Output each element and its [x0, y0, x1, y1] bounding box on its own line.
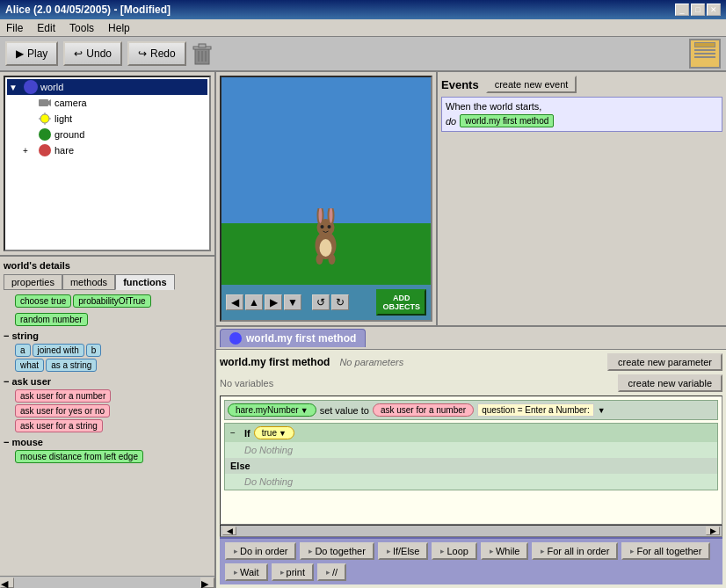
scene-tree[interactable]: ▼ world camera light ground: [4, 76, 211, 251]
window-controls[interactable]: _ □ ✕: [675, 4, 721, 16]
top-section: ◀ ▲ ▶ ▼ ↺ ↻ ADD OBJECTS Events create ne…: [216, 72, 726, 327]
close-button[interactable]: ✕: [707, 4, 721, 16]
func-b[interactable]: b: [86, 344, 102, 357]
expand-world[interactable]: ▼: [9, 83, 21, 92]
func-what[interactable]: what: [15, 359, 44, 372]
tree-item-light[interactable]: light: [21, 111, 207, 127]
hare-figure: [307, 208, 346, 265]
hare-icon: [38, 143, 52, 157]
print-button[interactable]: print: [272, 563, 314, 581]
expand-mouse[interactable]: −: [4, 437, 9, 447]
menu-file[interactable]: File: [4, 21, 25, 35]
do-in-order-button[interactable]: Do in order: [225, 542, 296, 560]
create-param-button[interactable]: create new parameter: [607, 353, 722, 371]
func-prob-true[interactable]: probabilityOfTrue: [73, 294, 150, 308]
func-ask-string[interactable]: ask user for a string: [15, 419, 103, 432]
nav-rotate-right[interactable]: ↻: [331, 294, 349, 310]
scroll-left[interactable]: ◀: [0, 577, 14, 588]
menu-help[interactable]: Help: [105, 21, 133, 35]
if-expand-icon[interactable]: −: [230, 428, 241, 438]
hare-label: hare: [54, 145, 74, 156]
assign-target-label: hare.myNumber: [236, 405, 299, 415]
ask-user-label: ask user: [11, 376, 51, 387]
nav-rotate-left[interactable]: ↺: [312, 294, 330, 310]
minimize-button[interactable]: _: [675, 4, 689, 16]
comment-button[interactable]: //: [317, 563, 346, 581]
svg-point-13: [39, 128, 51, 141]
window-title: Alice (2.0 04/05/2005) - [Modified]: [5, 4, 171, 16]
tree-item-ground[interactable]: ground: [21, 127, 207, 142]
redo-button[interactable]: ↪ Redo: [127, 41, 186, 66]
events-panel: Events create new event When the world s…: [436, 72, 726, 325]
wait-button[interactable]: Wait: [225, 563, 268, 581]
maximize-button[interactable]: □: [691, 4, 705, 16]
ground-label: ground: [54, 129, 84, 140]
tab-functions[interactable]: functions: [115, 274, 175, 290]
tab-methods[interactable]: methods: [62, 274, 115, 290]
world-details: world's details properties methods funct…: [0, 255, 214, 576]
menu-tools[interactable]: Tools: [67, 21, 97, 35]
left-scrollbar[interactable]: ◀ ▶: [0, 576, 214, 588]
create-var-button[interactable]: create new variable: [618, 374, 722, 392]
scene-controls: ◀ ▲ ▶ ▼ ↺ ↻ ADD OBJECTS: [226, 289, 426, 316]
create-event-button[interactable]: create new event: [486, 76, 577, 93]
while-button[interactable]: While: [481, 542, 529, 560]
for-all-together-button[interactable]: For all together: [621, 542, 710, 560]
tree-item-hare[interactable]: + hare: [21, 142, 207, 158]
expand-hare[interactable]: +: [23, 146, 35, 156]
ground-icon: [38, 127, 52, 142]
trash-icon: [192, 41, 213, 66]
world-label: world: [40, 82, 63, 92]
assign-value[interactable]: ask user for a number: [373, 403, 474, 417]
method-vars-row: No variables create new variable: [220, 374, 722, 392]
loop-button[interactable]: Loop: [432, 542, 476, 560]
if-condition[interactable]: true ▼: [254, 426, 294, 439]
nav-right-btn[interactable]: ▶: [265, 294, 282, 310]
nav-down-btn[interactable]: ▼: [284, 294, 301, 310]
event-trigger: When the world starts,: [446, 101, 718, 112]
menu-bar: File Edit Tools Help: [0, 19, 726, 37]
for-all-in-order-button[interactable]: For all in order: [532, 542, 618, 560]
undo-button[interactable]: ↩ Undo: [63, 41, 122, 66]
horizontal-scrollbar[interactable]: ◀ ▶: [220, 525, 722, 537]
events-header: Events create new event: [441, 76, 722, 93]
scroll-right-btn[interactable]: ▶: [706, 526, 720, 535]
add-objects-button[interactable]: ADD OBJECTS: [376, 289, 426, 316]
func-choose-true[interactable]: choose true: [15, 294, 71, 308]
func-a[interactable]: a: [15, 344, 31, 357]
light-label: light: [54, 113, 72, 124]
expand-string[interactable]: −: [4, 330, 9, 341]
scroll-left-btn[interactable]: ◀: [222, 526, 236, 535]
undo-icon: ↩: [74, 47, 83, 60]
func-as-string[interactable]: as a string: [46, 359, 97, 372]
functions-content: choose true probabilityOfTrue random num…: [4, 294, 211, 562]
method-signature: world.my first method No parameters: [220, 356, 403, 368]
nav-up-btn[interactable]: ▲: [245, 294, 263, 310]
nav-left-btn[interactable]: ◀: [226, 294, 243, 310]
events-title: Events: [441, 78, 479, 91]
func-ask-number[interactable]: ask user for a number: [15, 389, 111, 403]
play-button[interactable]: ▶ Play: [5, 41, 58, 66]
func-joined-with[interactable]: joined with: [33, 344, 84, 357]
method-panel: world.my first method world.my first met…: [216, 327, 726, 588]
event-method-pill[interactable]: world.my first method: [460, 114, 554, 127]
menu-edit[interactable]: Edit: [34, 21, 58, 35]
tab-properties[interactable]: properties: [4, 274, 62, 290]
method-info-row: world.my first method No parameters crea…: [220, 353, 722, 371]
tree-item-world[interactable]: ▼ world: [7, 79, 207, 95]
scene-view: ◀ ▲ ▶ ▼ ↺ ↻ ADD OBJECTS: [220, 76, 432, 322]
svg-rect-6: [39, 99, 48, 106]
if-else-button[interactable]: If/Else: [378, 542, 429, 560]
do-together-button[interactable]: Do together: [300, 542, 374, 560]
func-random-number[interactable]: random number: [15, 313, 88, 326]
clipboard-icon: [689, 39, 721, 69]
expand-ask-user[interactable]: −: [4, 376, 9, 387]
scroll-right[interactable]: ▶: [200, 577, 214, 588]
func-mouse-distance[interactable]: mouse distance from left edge: [15, 450, 143, 463]
if-header: − If true ▼: [225, 424, 717, 442]
func-ask-yes-no[interactable]: ask user for yes or no: [15, 404, 110, 417]
assign-target[interactable]: hare.myNumber ▼: [228, 403, 316, 417]
expand-icon: ▼: [598, 406, 606, 415]
event-item: When the world starts, do world.my first…: [441, 97, 722, 132]
tree-item-camera[interactable]: camera: [21, 95, 207, 111]
